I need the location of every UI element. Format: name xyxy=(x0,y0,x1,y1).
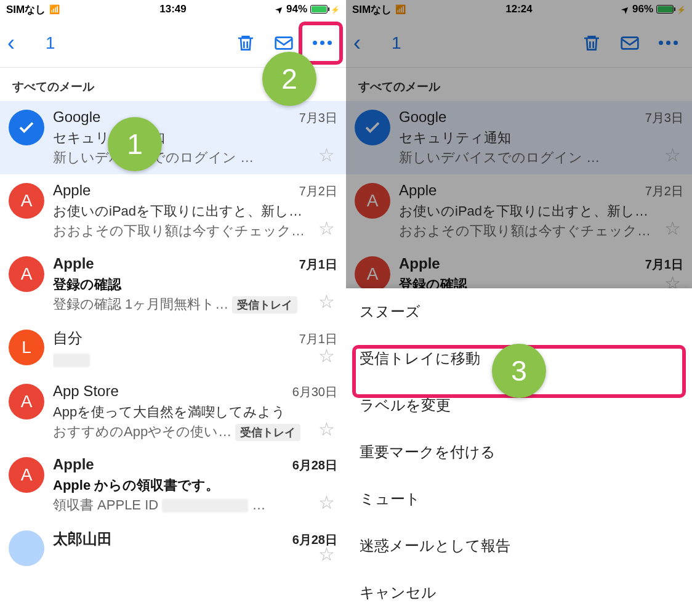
email-row[interactable]: Google7月3日セキュリティ通知新しいデバイスでのログイン ☆ xyxy=(346,101,692,174)
subject: 登録の確認 xyxy=(53,275,337,294)
email-row[interactable]: AApp Store6月30日Appを使って大自然を満喫してみようおすすめのAp… xyxy=(0,375,346,448)
svg-rect-0 xyxy=(276,37,292,49)
location-icon xyxy=(276,3,283,15)
delete-button[interactable] xyxy=(575,26,608,60)
sender: Google xyxy=(53,108,100,126)
email-row[interactable]: AApple7月2日お使いのiPadを下取りに出すと、新し…おおよその下取り額は… xyxy=(0,174,346,248)
carrier-label: SIMなし xyxy=(6,2,46,17)
email-row[interactable]: AApple7月1日登録の確認登録の確認 1ヶ月間無料ト… 受信トレイ☆ xyxy=(0,248,346,321)
avatar[interactable]: A xyxy=(355,256,390,292)
snippet: 新しいデバイスでのログイン xyxy=(53,148,337,167)
date: 6月28日 xyxy=(292,457,337,474)
avatar[interactable]: A xyxy=(9,384,44,419)
wifi-icon xyxy=(49,3,60,15)
sender: Apple xyxy=(53,456,94,473)
charging-icon xyxy=(331,3,340,15)
snippet: おおよその下取り額は今すぐチェック… xyxy=(53,222,337,240)
email-row[interactable]: 太郎山田6月28日☆ xyxy=(0,522,346,573)
avatar[interactable] xyxy=(9,110,44,145)
back-button[interactable]: ‹ xyxy=(353,30,361,56)
dimmed-content: SIMなし 12:24 96% ‹ 1 xyxy=(346,0,692,302)
nav-bar: ‹ 1 xyxy=(346,18,692,68)
subject: お使いのiPadを下取りに出すと、新し… xyxy=(53,202,337,221)
sender: App Store xyxy=(53,383,119,400)
avatar[interactable]: A xyxy=(9,183,44,219)
avatar[interactable]: L xyxy=(9,330,44,365)
email-row[interactable]: L自分7月1日☆ xyxy=(0,321,346,375)
date: 7月3日 xyxy=(645,110,683,126)
star-icon[interactable]: ☆ xyxy=(318,492,335,513)
carrier-label: SIMなし xyxy=(352,2,392,17)
star-icon[interactable]: ☆ xyxy=(318,418,335,440)
star-icon[interactable]: ☆ xyxy=(318,217,335,239)
sender: Apple xyxy=(399,182,437,199)
action-sheet: スヌーズ受信トレイに移動ラベルを変更重要マークを付けるミュート迷惑メールとして報… xyxy=(346,288,692,616)
sheet-item[interactable]: スヌーズ xyxy=(346,288,692,335)
date: 7月2日 xyxy=(299,183,337,200)
snippet: 新しいデバイスでのログイン xyxy=(399,148,683,167)
email-row[interactable]: AApple7月2日お使いのiPadを下取りに出すと、新し…おおよその下取り額は… xyxy=(346,174,692,248)
avatar[interactable] xyxy=(9,530,44,566)
delete-button[interactable] xyxy=(229,26,262,60)
snippet xyxy=(53,352,337,368)
star-icon[interactable]: ☆ xyxy=(664,217,681,239)
battery-percent: 96% xyxy=(632,3,653,15)
svg-rect-1 xyxy=(622,37,638,49)
label-chip: 受信トレイ xyxy=(235,424,300,441)
selection-count: 1 xyxy=(392,33,401,53)
snippet: 領収書 APPLE ID 受信トレイ xyxy=(53,496,337,514)
sheet-item[interactable]: ミュート xyxy=(346,476,692,522)
annotation-badge-1: 1 xyxy=(108,117,162,171)
date: 7月1日 xyxy=(645,256,683,273)
annotation-badge-2: 2 xyxy=(262,52,316,106)
battery-icon xyxy=(656,5,674,14)
snippet: おすすめのAppやその使い… 受信トレイ xyxy=(53,423,337,441)
avatar[interactable]: A xyxy=(355,183,390,219)
star-icon[interactable]: ☆ xyxy=(318,543,335,565)
more-button[interactable] xyxy=(305,26,339,60)
avatar[interactable]: A xyxy=(9,457,44,493)
more-icon xyxy=(313,41,332,45)
email-row[interactable]: AApple6月28日Apple からの領収書です。領収書 APPLE ID 受… xyxy=(0,448,346,522)
charging-icon xyxy=(677,3,686,15)
sender: Apple xyxy=(399,255,440,272)
email-list[interactable]: Google7月3日セキュリティ通知新しいデバイスでのログイン ☆AApple7… xyxy=(0,101,346,573)
sender: Apple xyxy=(53,255,94,272)
battery-icon xyxy=(310,5,328,14)
avatar[interactable]: A xyxy=(9,256,44,292)
subject: セキュリティ通知 xyxy=(53,129,337,147)
sender: 自分 xyxy=(53,328,82,348)
snippet: 登録の確認 1ヶ月間無料ト… 受信トレイ xyxy=(53,295,337,314)
subject: お使いのiPadを下取りに出すと、新し… xyxy=(399,202,683,221)
mark-unread-button[interactable] xyxy=(613,26,646,60)
star-icon[interactable]: ☆ xyxy=(318,345,335,367)
status-bar: SIMなし 13:49 94% xyxy=(0,0,346,18)
date: 7月1日 xyxy=(299,256,337,273)
label-chip: 受信トレイ xyxy=(232,296,297,314)
label-chip: 受信トレイ xyxy=(252,497,317,514)
sheet-item[interactable]: 迷惑メールとして報告 xyxy=(346,522,692,569)
clock: 12:24 xyxy=(505,3,532,15)
section-header: すべてのメール xyxy=(346,68,692,101)
sheet-item[interactable]: キャンセル xyxy=(346,569,692,616)
star-icon[interactable]: ☆ xyxy=(318,291,335,312)
location-icon xyxy=(622,3,629,15)
star-icon[interactable]: ☆ xyxy=(318,144,335,166)
email-row[interactable]: Google7月3日セキュリティ通知新しいデバイスでのログイン ☆ xyxy=(0,101,346,174)
date: 7月3日 xyxy=(299,110,337,126)
sender: Apple xyxy=(53,182,91,199)
more-icon xyxy=(659,41,678,45)
annotation-badge-3: 3 xyxy=(492,344,546,398)
subject: Apple からの領収書です。 xyxy=(53,476,337,495)
selection-count: 1 xyxy=(46,33,55,53)
avatar[interactable] xyxy=(355,110,390,145)
back-button[interactable]: ‹ xyxy=(7,30,15,56)
star-icon[interactable]: ☆ xyxy=(664,144,681,166)
phone-screen-right: SIMなし 12:24 96% ‹ 1 xyxy=(346,0,692,616)
sheet-item[interactable]: 重要マークを付ける xyxy=(346,429,692,476)
email-list: Google7月3日セキュリティ通知新しいデバイスでのログイン ☆AApple7… xyxy=(346,101,692,302)
snippet: おおよその下取り額は今すぐチェック… xyxy=(399,222,683,240)
sender: 太郎山田 xyxy=(53,529,112,549)
clock: 13:49 xyxy=(159,3,186,15)
more-button[interactable] xyxy=(651,26,685,60)
